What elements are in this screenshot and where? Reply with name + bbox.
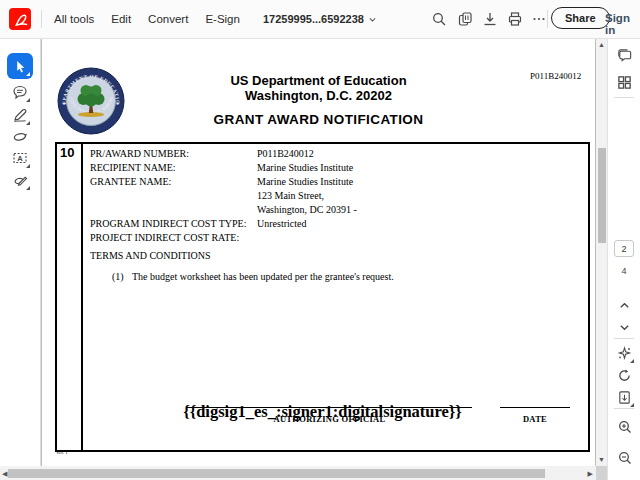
rail-divider: [614, 408, 634, 409]
current-page-input[interactable]: 2: [614, 240, 634, 257]
chevron-down-icon: [368, 15, 377, 24]
scroll-left-arrow-icon[interactable]: ◀: [2, 470, 7, 477]
authorizing-official-label: AUTHORIZING OFFICIAL: [187, 414, 472, 424]
zoom-out-icon[interactable]: [612, 445, 637, 470]
menu-esign[interactable]: E-Sign: [205, 13, 240, 25]
download-icon[interactable]: [478, 7, 502, 31]
copy-icon[interactable]: [453, 7, 477, 31]
term-number: (1): [112, 271, 132, 282]
sign-tool-icon[interactable]: [7, 167, 33, 193]
field-value: Unrestricted: [257, 217, 306, 231]
field-row: GRANTEE NAME:Marine Studies Institute: [90, 175, 357, 189]
main-menu: All tools Edit Convert E-Sign: [54, 0, 240, 38]
scroll-up-arrow-icon[interactable]: ▲: [598, 41, 605, 48]
sign-in-button[interactable]: Sign in: [605, 12, 640, 36]
field-value: Marine Studies Institute: [257, 175, 353, 189]
doc-title: GRANT AWARD NOTIFICATION: [42, 112, 595, 127]
doc-header-line2: Washington, D.C. 20202: [42, 88, 595, 103]
rail-divider: [614, 97, 634, 98]
vertical-scrollbar[interactable]: ▲ ▼: [596, 38, 607, 466]
field-list: PR/AWARD NUMBER:P011B240012 RECIPIENT NA…: [90, 147, 357, 245]
right-tool-rail: 2 4: [607, 38, 640, 480]
rail-divider: [614, 338, 634, 339]
left-tool-rail: A: [0, 38, 41, 466]
field-row: Washington, DC 20391 -: [90, 203, 357, 217]
term-text: The budget worksheet has been updated pe…: [132, 271, 394, 282]
date-line: [500, 407, 570, 408]
toolbar-divider: [547, 10, 548, 28]
zoom-in-icon[interactable]: [612, 414, 637, 439]
version-label: Ver. 1: [56, 450, 68, 455]
vertical-scrollbar-thumb[interactable]: [598, 148, 606, 243]
doc-corner-number: P011B240012: [530, 71, 581, 81]
pdf-page[interactable]: DEPARTMENT OF EDUCATION UNITED STATES OF…: [42, 38, 595, 466]
field-row: PR/AWARD NUMBER:P011B240012: [90, 147, 357, 161]
grant-box: 10 PR/AWARD NUMBER:P011B240012 RECIPIENT…: [55, 142, 590, 452]
top-toolbar: All tools Edit Convert E-Sign 17259995..…: [0, 0, 640, 39]
acrobat-window: All tools Edit Convert E-Sign 17259995..…: [0, 0, 640, 480]
search-icon[interactable]: [427, 7, 451, 31]
comments-panel-icon[interactable]: [612, 43, 637, 68]
scroll-down-arrow-icon[interactable]: ▼: [598, 456, 605, 463]
svg-text:A: A: [17, 154, 23, 163]
document-title: 17259995...6592238: [263, 13, 364, 25]
toolbar-divider: [41, 10, 42, 28]
page-down-icon[interactable]: [612, 315, 637, 340]
field-value: Washington, DC 20391 -: [257, 203, 357, 217]
field-value: P011B240012: [257, 147, 314, 161]
field-value: Marine Studies Institute: [257, 161, 353, 175]
doc-header-line1: US Department of Education: [42, 73, 595, 88]
terms-heading: TERMS AND CONDITIONS: [90, 250, 211, 261]
share-button[interactable]: Share: [551, 7, 610, 29]
horizontal-scrollbar[interactable]: ◀ ▶: [0, 466, 596, 480]
field-row: RECIPIENT NAME:Marine Studies Institute: [90, 161, 357, 175]
fit-page-icon[interactable]: [612, 385, 637, 410]
print-icon[interactable]: [503, 7, 527, 31]
thumbnails-panel-icon[interactable]: [612, 70, 637, 95]
field-value: 123 Main Street,: [257, 189, 324, 203]
select-tool-icon[interactable]: [7, 53, 33, 79]
doc-header: US Department of Education Washington, D…: [42, 73, 595, 103]
document-title-group[interactable]: 17259995...6592238: [263, 0, 377, 38]
total-pages-label: 4: [608, 266, 640, 276]
field-row: 123 Main Street,: [90, 189, 357, 203]
menu-edit[interactable]: Edit: [111, 13, 131, 25]
horizontal-scrollbar-thumb[interactable]: [8, 469, 545, 478]
block-number: 10: [60, 145, 74, 160]
date-label: DATE: [500, 414, 570, 424]
field-row: PROJECT INDIRECT COST RATE:: [90, 231, 357, 245]
menu-convert[interactable]: Convert: [148, 13, 188, 25]
signature-line: [187, 407, 472, 408]
acrobat-logo-icon[interactable]: [9, 8, 31, 30]
scroll-right-arrow-icon[interactable]: ▶: [588, 470, 593, 477]
field-row: PROGRAM INDIRECT COST TYPE:Unrestricted: [90, 217, 357, 231]
menu-all-tools[interactable]: All tools: [54, 13, 94, 25]
term-item: (1) The budget worksheet has been update…: [112, 271, 394, 282]
